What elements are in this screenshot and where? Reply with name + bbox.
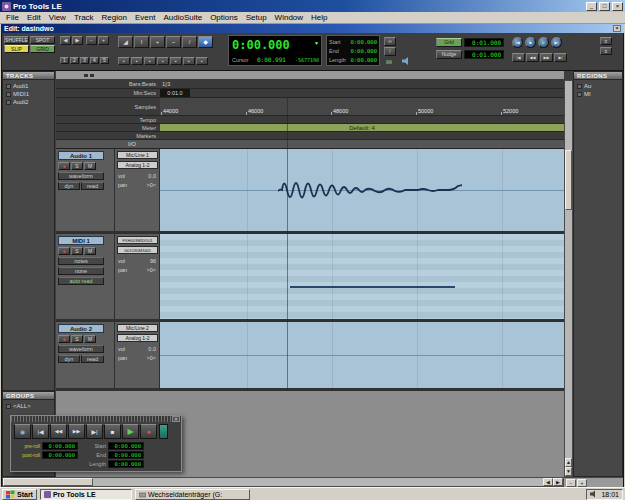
meter-ruler[interactable]: Default: 4 bbox=[160, 124, 564, 132]
transport-end-value[interactable]: 0:00.000 bbox=[108, 451, 144, 459]
track-list-item[interactable]: Audi1 bbox=[4, 83, 28, 89]
track-name-button[interactable]: MIDI 1 bbox=[58, 236, 104, 245]
smart-tool-icon[interactable]: ◆ bbox=[198, 36, 213, 48]
transport-titlebar[interactable]: × bbox=[11, 416, 181, 422]
mute-button[interactable]: M bbox=[84, 335, 96, 343]
speaker-icon[interactable] bbox=[402, 57, 412, 65]
close-button[interactable]: × bbox=[612, 2, 623, 11]
maximize-button[interactable]: □ bbox=[599, 2, 610, 11]
toolbar-option-button[interactable]: ▪ bbox=[170, 57, 182, 65]
mute-button[interactable]: M bbox=[84, 247, 96, 255]
menu-window[interactable]: Window bbox=[271, 13, 307, 22]
minimize-button[interactable]: _ bbox=[586, 2, 597, 11]
edit-window-titlebar[interactable]: Edit: dasindwo × bbox=[1, 24, 624, 33]
volume-row[interactable]: vol0.0 bbox=[115, 346, 159, 352]
selector-tool-icon[interactable]: I bbox=[134, 36, 149, 48]
forward-button[interactable]: ▶▶ bbox=[540, 53, 553, 62]
volume-tray-icon[interactable] bbox=[590, 490, 598, 498]
track-list-item[interactable]: MIDI1 bbox=[4, 91, 29, 97]
link-selection-icon[interactable]: ∞ bbox=[384, 37, 396, 46]
horizontal-scrollbar-thumb[interactable] bbox=[3, 478, 93, 486]
bars-ruler[interactable]: 1|3 bbox=[160, 80, 564, 89]
vertical-scrollbar-thumb[interactable] bbox=[565, 150, 572, 210]
toolbar-option-button[interactable]: ▪ bbox=[131, 57, 143, 65]
transport-window[interactable]: × ◉ |◀ ◀◀ ▶▶ ▶| ■ ▶ ● pre-roll 0:00.000 … bbox=[10, 415, 182, 472]
output-selector[interactable]: Analog 1-2 bbox=[117, 334, 158, 342]
postroll-value[interactable]: 0:00.000 bbox=[42, 451, 78, 459]
rtz-small-button[interactable]: |◀ bbox=[512, 53, 525, 62]
input-selector[interactable]: Mic/Line 2 bbox=[117, 324, 158, 332]
input-selector[interactable]: FXH003MIDI101 bbox=[117, 236, 158, 244]
spot-mode-button[interactable]: SPOT bbox=[30, 36, 55, 44]
menu-setup[interactable]: Setup bbox=[242, 13, 271, 22]
taskbar-task-protools[interactable]: Pro Tools LE bbox=[40, 489, 132, 500]
shuffle-mode-button[interactable]: SHUFFLE bbox=[4, 36, 29, 44]
markers-ruler[interactable] bbox=[160, 132, 564, 140]
menu-view[interactable]: View bbox=[45, 13, 70, 22]
scrubber-tool-icon[interactable]: ~ bbox=[166, 36, 181, 48]
mute-button[interactable]: M bbox=[84, 162, 96, 170]
pan-row[interactable]: pan>0< bbox=[115, 355, 159, 361]
record-enable-button[interactable]: ● bbox=[58, 335, 70, 343]
horizontal-scrollbar[interactable]: ◀ ▶ bbox=[2, 477, 564, 487]
zoom-preset-2[interactable]: 2 bbox=[70, 57, 79, 64]
nudge-value[interactable]: 0:01.000 bbox=[464, 50, 504, 59]
grabber-tool-icon[interactable]: + bbox=[150, 36, 165, 48]
menu-event[interactable]: Event bbox=[131, 13, 159, 22]
vertical-scrollbar[interactable]: ▲ ▼ bbox=[564, 80, 573, 477]
volume-row[interactable]: vol0.0 bbox=[115, 173, 159, 179]
toolbar-option-button[interactable]: ▪ bbox=[144, 57, 156, 65]
dyn-button[interactable]: dyn bbox=[58, 182, 80, 190]
goto-end-button[interactable]: ▶| bbox=[551, 37, 562, 48]
countoff-button[interactable] bbox=[159, 424, 168, 439]
rtz-button[interactable]: |◀ bbox=[512, 37, 523, 48]
solo-button[interactable]: S bbox=[71, 335, 83, 343]
pan-row[interactable]: pan>0< bbox=[115, 182, 159, 188]
fast-forward-button[interactable]: ▶▶ bbox=[68, 424, 85, 439]
transport-length-value[interactable]: 0:00.000 bbox=[108, 460, 144, 468]
input-selector[interactable]: Mic/Line 1 bbox=[117, 151, 158, 159]
track-name-button[interactable]: Audio 1 bbox=[58, 151, 104, 160]
patch-selector[interactable]: none bbox=[58, 267, 104, 275]
record-enable-button[interactable]: ● bbox=[58, 162, 70, 170]
menu-region[interactable]: Region bbox=[98, 13, 131, 22]
region-list-item[interactable]: MI bbox=[575, 91, 591, 97]
zoom-preset-3[interactable]: 3 bbox=[80, 57, 89, 64]
menu-edit[interactable]: Edit bbox=[23, 13, 45, 22]
menu-help[interactable]: Help bbox=[307, 13, 331, 22]
transport-close-button[interactable]: × bbox=[172, 416, 180, 422]
record-enable-button[interactable]: ● bbox=[58, 247, 70, 255]
track-timeline-midi1[interactable] bbox=[160, 234, 564, 319]
menu-options[interactable]: Options bbox=[206, 13, 242, 22]
start-button[interactable]: Start bbox=[2, 489, 37, 500]
track-view-selector[interactable]: waveform bbox=[58, 172, 104, 180]
track-name-button[interactable]: Audio 2 bbox=[58, 324, 104, 333]
automation-mode-selector[interactable]: read bbox=[81, 355, 104, 363]
main-counter-panel[interactable]: 0:00.000 ▼ Cursor 0:00.991 -5677198 bbox=[228, 35, 322, 66]
stop-button[interactable]: ■ bbox=[525, 37, 536, 48]
track-view-selector[interactable]: waveform bbox=[58, 345, 104, 353]
solo-button[interactable]: S bbox=[71, 162, 83, 170]
solo-button[interactable]: S bbox=[71, 247, 83, 255]
midi-note-region[interactable] bbox=[290, 286, 455, 288]
counter-dropdown-icon[interactable]: ▼ bbox=[314, 40, 319, 46]
online-button[interactable]: ◉ bbox=[14, 424, 31, 439]
volume-row[interactable]: vol96 bbox=[115, 258, 159, 264]
return-to-zero-button[interactable]: |◀ bbox=[32, 424, 49, 439]
rewind-button[interactable]: ◀◀ bbox=[50, 424, 67, 439]
toolbar-menu-icon[interactable]: ≡ bbox=[600, 47, 612, 55]
ruler-minsecs-label[interactable]: Min:Secs bbox=[56, 89, 160, 98]
samples-ruler[interactable]: 44000 46000 48000 50000 52000 bbox=[160, 98, 564, 116]
automation-mode-selector[interactable]: read bbox=[81, 182, 104, 190]
zoom-out-button[interactable]: − bbox=[86, 36, 97, 45]
transport-start-value[interactable]: 0:00.000 bbox=[108, 442, 144, 450]
record-button[interactable]: ● bbox=[140, 424, 157, 439]
zoom-right-button[interactable]: ▶ bbox=[72, 36, 83, 45]
pencil-tool-icon[interactable]: / bbox=[182, 36, 197, 48]
toolbar-option-button[interactable]: ▪ bbox=[157, 57, 169, 65]
ruler-bars-label[interactable]: Bars:Beats bbox=[56, 80, 160, 89]
track-view-selector[interactable]: notes bbox=[58, 257, 104, 265]
ruler-samples-label[interactable]: Samples bbox=[56, 98, 160, 116]
scroll-up-icon[interactable]: ▲ bbox=[565, 458, 572, 467]
group-list-item[interactable]: <ALL> bbox=[4, 403, 31, 409]
